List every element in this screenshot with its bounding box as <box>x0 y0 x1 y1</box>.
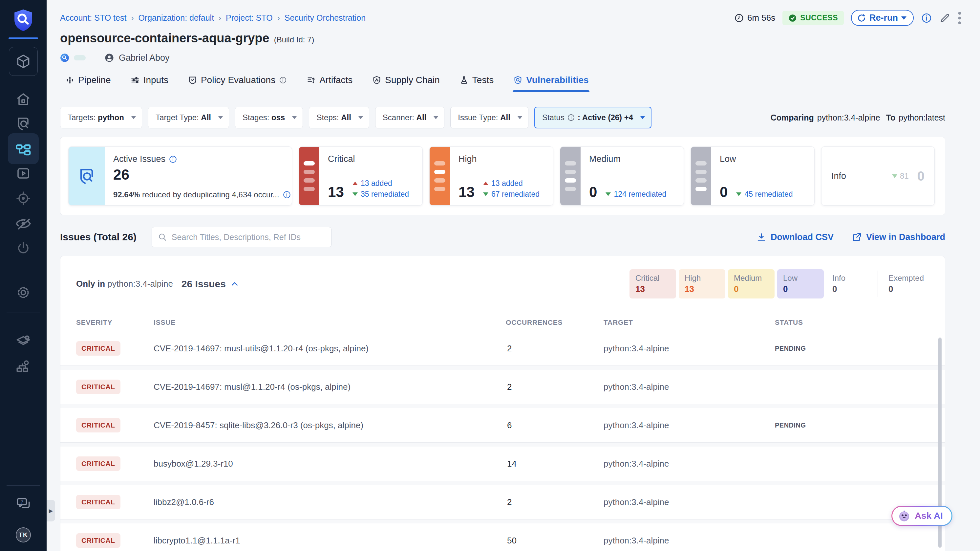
download-csv-button[interactable]: Download CSV <box>757 232 834 242</box>
filter-scanner[interactable]: Scanner: All <box>375 107 444 128</box>
issue-title[interactable]: libcrypto1.1@1.1.1a-r1 <box>154 535 501 546</box>
chip-low[interactable]: Low0 <box>777 269 824 298</box>
artifacts-tab-icon <box>307 75 316 85</box>
filter-bar: Targets: python Target Type: All Stages:… <box>60 107 651 128</box>
divider <box>95 49 95 66</box>
sidebar-item-module-selector[interactable] <box>0 47 47 76</box>
info-icon[interactable] <box>279 76 287 84</box>
active-issues-card[interactable]: Active Issues 26 92.64% reduced by dedup… <box>68 147 292 205</box>
chevron-down-icon <box>640 116 645 119</box>
play-box-icon <box>16 166 31 181</box>
filter-stages[interactable]: Stages: oss <box>235 107 303 128</box>
filter-target-type[interactable]: Target Type: All <box>148 107 229 128</box>
issue-row[interactable]: CRITICAL CVE-2019-14697: musl-utils@1.1.… <box>60 331 945 365</box>
issue-status: PENDING <box>775 345 929 352</box>
occurrences: 50 <box>501 535 603 546</box>
remediated-down-icon <box>736 193 741 196</box>
triggered-by[interactable]: Gabriel Aboy <box>119 53 170 63</box>
filter-targets[interactable]: Targets: python <box>60 107 142 128</box>
sidebar-item-exemptions[interactable] <box>0 215 47 232</box>
issue-row[interactable]: CRITICAL CVE-2019-8457: sqlite-libs@3.26… <box>60 408 945 442</box>
external-link-icon <box>852 232 862 242</box>
remediated-down-icon <box>353 193 358 196</box>
filter-status[interactable]: Status : Active (26) +4 <box>534 107 651 128</box>
critical-count: 13 <box>328 185 344 199</box>
edit-pencil-icon[interactable] <box>939 13 950 24</box>
ask-ai-button[interactable]: Ask AI <box>891 506 953 526</box>
occurrences: 6 <box>501 420 603 430</box>
sidebar-item-module-layers[interactable] <box>0 333 47 349</box>
critical-strip <box>299 147 319 205</box>
sidebar-item-executions[interactable] <box>0 166 47 181</box>
chevron-down-icon <box>292 116 297 119</box>
sidebar-item-settings[interactable] <box>0 284 47 301</box>
critical-card[interactable]: Critical 13 13 added 35 remediated <box>299 147 423 205</box>
sidebar-item-module-hierarchy[interactable] <box>0 358 47 374</box>
tab-supply-chain[interactable]: Supply Chain <box>372 72 441 92</box>
chip-info[interactable]: Info0 <box>826 269 873 298</box>
cube-icon <box>15 53 32 70</box>
chip-critical[interactable]: Critical13 <box>630 269 676 298</box>
inputs-tab-icon <box>130 75 140 85</box>
target-icon <box>16 191 31 206</box>
kebab-menu-icon[interactable] <box>958 11 962 25</box>
tab-inputs[interactable]: Inputs <box>130 72 169 92</box>
sidebar-item-help[interactable]: ? <box>0 495 47 511</box>
filter-issue-type[interactable]: Issue Type: All <box>450 107 528 128</box>
issue-title[interactable]: CVE-2019-8457: sqlite-libs@3.26.0-r3 (os… <box>154 420 501 430</box>
rerun-button[interactable]: Re-run <box>851 10 914 26</box>
info-card[interactable]: Info 81 0 <box>821 147 935 205</box>
low-count: 0 <box>720 185 728 199</box>
info-icon[interactable] <box>921 13 932 24</box>
sidebar-item-home[interactable] <box>0 91 47 107</box>
issue-title[interactable]: busybox@1.29.3-r10 <box>154 459 501 469</box>
issue-row[interactable]: CRITICAL busybox@1.29.3-r10 14 python:3.… <box>60 447 945 481</box>
high-count: 13 <box>458 185 474 199</box>
sidebar-item-profile[interactable]: TK <box>0 527 47 543</box>
row-divider <box>60 404 945 408</box>
issue-title[interactable]: CVE-2019-14697: musl-utils@1.1.20-r4 (os… <box>154 344 501 354</box>
issue-title[interactable]: CVE-2019-14697: musl@1.1.20-r4 (os-pkgs,… <box>154 382 501 392</box>
low-card[interactable]: Low 0 45 remediated <box>690 147 815 205</box>
issue-target: python:3.4-alpine <box>603 459 775 469</box>
breadcrumb-project[interactable]: Project: STO <box>226 13 273 23</box>
sidebar-item-targets[interactable] <box>0 191 47 206</box>
tab-artifacts[interactable]: Artifacts <box>306 72 353 92</box>
sto-logo[interactable] <box>0 8 47 32</box>
info-count: 0 <box>917 169 924 183</box>
chip-medium[interactable]: Medium0 <box>728 269 775 298</box>
info-icon <box>567 114 575 121</box>
divider <box>878 271 878 297</box>
breadcrumb-org[interactable]: Organization: default <box>138 13 214 23</box>
tab-pipeline[interactable]: Pipeline <box>65 72 111 92</box>
download-icon <box>757 232 766 242</box>
sidebar-item-getting-started[interactable] <box>0 240 47 256</box>
shield-search-icon <box>77 167 96 186</box>
main-content: Account: STO test › Organization: defaul… <box>47 0 980 551</box>
chip-high[interactable]: High13 <box>679 269 725 298</box>
chip-exempted[interactable]: Exempted0 <box>883 269 929 298</box>
breadcrumb-module[interactable]: Security Orchestration <box>285 13 366 23</box>
sidebar-item-pipelines[interactable] <box>0 133 47 164</box>
view-in-dashboard-button[interactable]: View in Dashboard <box>852 232 945 242</box>
search-input[interactable] <box>172 233 325 242</box>
policy-shield-icon <box>188 75 197 85</box>
info-icon[interactable] <box>283 191 291 199</box>
issue-row[interactable]: CRITICAL libbz2@1.0.6-r6 2 python:3.4-al… <box>60 485 945 519</box>
info-icon[interactable] <box>169 155 177 164</box>
chevron-down-icon[interactable] <box>901 16 907 20</box>
sidebar-item-scans[interactable] <box>0 116 47 131</box>
breadcrumb-account[interactable]: Account: STO test <box>60 13 126 23</box>
tab-policy-evaluations[interactable]: Policy Evaluations <box>188 72 288 92</box>
tab-tests[interactable]: Tests <box>459 72 494 92</box>
issue-title[interactable]: libbz2@1.0.6-r6 <box>154 497 501 507</box>
filter-steps[interactable]: Steps: All <box>309 107 369 128</box>
medium-card[interactable]: Medium 0 124 remediated <box>560 147 684 205</box>
sidebar-expand-handle[interactable]: ▶ <box>47 500 55 521</box>
issue-row[interactable]: CRITICAL libcrypto1.1@1.1.1a-r1 50 pytho… <box>60 524 945 551</box>
high-card[interactable]: High 13 13 added 67 remediated <box>429 147 553 205</box>
issue-row[interactable]: CRITICAL CVE-2019-14697: musl@1.1.20-r4 … <box>60 370 945 404</box>
occurrences: 2 <box>501 382 603 392</box>
group-collapse[interactable]: 26 Issues <box>181 279 239 290</box>
tab-vulnerabilities[interactable]: Vulnerabilities <box>513 72 589 92</box>
